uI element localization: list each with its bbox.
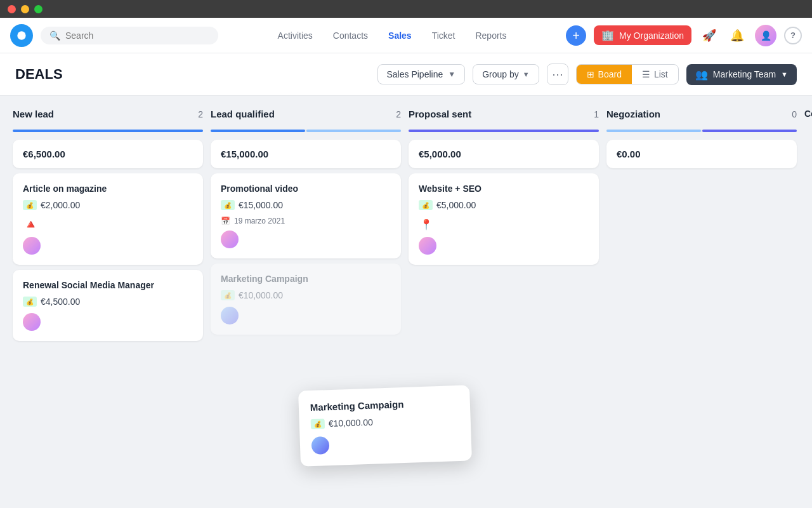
drag-card-title: Marketing Campaign <box>310 397 459 413</box>
team-button[interactable]: 👥 Marketing Team ▼ <box>686 64 797 85</box>
deal-title: Website + SEO <box>419 184 589 194</box>
board-view-button[interactable]: ⊞ Board <box>577 65 632 84</box>
groupby-label: Group by <box>482 69 519 79</box>
search-bar: 🔍 <box>41 27 218 44</box>
close-btn[interactable] <box>8 5 16 13</box>
rocket-icon-btn[interactable]: 🚀 <box>699 25 719 46</box>
column-progress-bar <box>211 130 401 132</box>
app-logo[interactable] <box>10 24 33 47</box>
deal-card-faded[interactable]: Marketing Campaign 💰 €10,000.00 <box>211 264 401 335</box>
bar-segment <box>211 130 305 132</box>
notification-btn[interactable]: 🔔 <box>727 25 747 46</box>
column-title: Negoziation <box>606 109 660 119</box>
money-icon: 💰 <box>311 418 325 429</box>
more-options-button[interactable]: ⋯ <box>547 64 568 85</box>
list-icon: ☰ <box>642 69 650 79</box>
pipeline-label: Sales Pipeline <box>387 69 443 79</box>
deal-avatar <box>221 231 239 248</box>
column-progress-bar <box>409 130 599 132</box>
column-count: 2 <box>198 109 203 119</box>
column-count: 2 <box>396 109 401 119</box>
deal-title: Marketing Campaign <box>221 274 391 284</box>
deal-amount: 💰 €2,000.00 <box>23 200 193 210</box>
deal-avatar <box>419 237 436 255</box>
deal-amount: 💰 €4,500.00 <box>23 297 193 307</box>
deal-card[interactable]: Website + SEO 💰 €5,000.00 📍 <box>409 173 599 265</box>
help-btn[interactable]: ? <box>784 27 802 44</box>
org-label: My Organization <box>619 30 684 41</box>
user-avatar[interactable]: 👤 <box>755 25 776 46</box>
pipeline-select[interactable]: Sales Pipeline ▼ <box>377 64 466 84</box>
nav-reports[interactable]: Reports <box>466 27 515 44</box>
drag-card-avatar <box>311 436 330 455</box>
page-title: DEALS <box>15 66 370 83</box>
minimize-btn[interactable] <box>21 5 29 13</box>
nav-sales[interactable]: Sales <box>379 27 421 44</box>
deal-avatar <box>23 313 41 331</box>
bar-segment <box>606 130 701 132</box>
top-nav: 🔍 Activities Contacts Sales Ticket Repor… <box>0 18 812 53</box>
deal-card[interactable]: Renewal Social Media Manager 💰 €4,500.00 <box>13 270 203 341</box>
column-header: Lead qualified 2 <box>211 106 401 124</box>
maximize-btn[interactable] <box>34 5 43 13</box>
bar-segment <box>306 130 401 132</box>
chevron-down-icon: ▼ <box>523 70 530 78</box>
column-negoziation: Negoziation 0 €0.00 <box>606 106 797 498</box>
column-partial: Cont… <box>804 106 812 498</box>
search-input[interactable] <box>65 30 209 41</box>
org-button[interactable]: 🏢 My Organization <box>594 25 691 45</box>
nav-ticket[interactable]: Ticket <box>423 27 464 44</box>
money-icon: 💰 <box>221 200 235 210</box>
partial-column-title: Cont… <box>804 109 812 119</box>
org-icon: 🏢 <box>601 29 614 41</box>
groupby-button[interactable]: Group by ▼ <box>473 64 539 84</box>
total-card: €6,500.00 <box>13 140 203 168</box>
column-new-lead: New lead 2 €6,500.00 Article on magazine… <box>13 106 203 498</box>
drag-card[interactable]: Marketing Campaign 💰 €10,000.00 <box>298 385 472 466</box>
content-header: DEALS Sales Pipeline ▼ Group by ▼ ⋯ ⊞ Bo… <box>0 53 812 96</box>
triangle-icon: 🔺 <box>23 217 38 232</box>
column-title: Lead qualified <box>211 109 275 119</box>
deal-amount: 💰 €15,000.00 <box>221 200 391 210</box>
nav-contacts[interactable]: Contacts <box>324 27 377 44</box>
titlebar <box>0 0 812 18</box>
team-icon: 👥 <box>695 69 708 81</box>
deal-amount: 💰 €5,000.00 <box>419 200 589 210</box>
deal-title: Renewal Social Media Manager <box>23 280 193 290</box>
column-title: Proposal sent <box>409 109 471 119</box>
column-header: Proposal sent 1 <box>409 106 599 124</box>
column-progress-bar <box>13 130 203 132</box>
calendar-icon: 📅 <box>221 217 230 225</box>
column-count: 0 <box>792 109 797 119</box>
deal-title: Promotional video <box>221 184 391 194</box>
total-card: €15,000.00 <box>211 140 401 168</box>
money-icon: 💰 <box>23 297 37 307</box>
pin-icon: 📍 <box>419 217 434 232</box>
deal-card[interactable]: Article on magazine 💰 €2,000.00 🔺 <box>13 173 203 265</box>
chevron-down-icon: ▼ <box>448 70 455 79</box>
chevron-down-icon: ▼ <box>781 70 788 78</box>
add-button[interactable]: + <box>566 25 586 46</box>
board-label: Board <box>598 69 622 79</box>
board-area: New lead 2 €6,500.00 Article on magazine… <box>0 96 812 508</box>
bar-segment <box>13 130 203 132</box>
nav-right: + 🏢 My Organization 🚀 🔔 👤 ? <box>566 25 802 46</box>
board-icon: ⊞ <box>587 69 594 79</box>
bar-segment <box>702 130 797 132</box>
total-card: €5,000.00 <box>409 140 599 168</box>
money-icon: 💰 <box>221 290 235 300</box>
column-title: New lead <box>13 109 54 119</box>
list-label: List <box>654 69 668 79</box>
money-icon: 💰 <box>419 200 433 210</box>
column-header: Negoziation 0 <box>606 106 797 124</box>
bar-segment <box>409 130 599 132</box>
deal-card[interactable]: Promotional video 💰 €15,000.00 📅 19 marz… <box>211 173 401 258</box>
deal-amount: 💰 €10,000.00 <box>221 290 391 300</box>
deal-date: 📅 19 marzo 2021 <box>221 217 391 225</box>
view-toggle: ⊞ Board ☰ List <box>576 64 679 84</box>
list-view-button[interactable]: ☰ List <box>632 65 678 84</box>
nav-activities[interactable]: Activities <box>269 27 322 44</box>
nav-links: Activities Contacts Sales Ticket Reports <box>226 27 558 44</box>
drag-card-amount: 💰 €10,000.00 <box>311 414 459 429</box>
column-progress-bar <box>606 130 797 132</box>
